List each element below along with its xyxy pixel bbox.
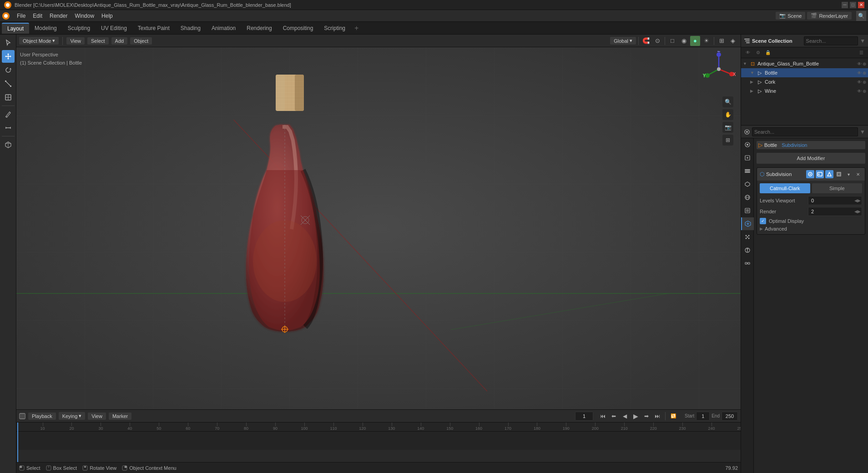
jump-to-start-btn[interactable]: ⏮ [598,411,608,421]
tab-compositing[interactable]: Compositing [278,23,319,34]
prop-tab-scene[interactable] [741,178,754,191]
xray-toggle[interactable]: ◈ [728,36,738,46]
move-tool[interactable] [2,50,15,63]
eye-action[interactable]: 👁 [857,61,862,66]
modifier-realtime-btn[interactable] [806,170,814,178]
global-selector[interactable]: Global ▾ [610,37,636,45]
hand-pan-btn[interactable]: ✋ [722,109,733,120]
levels-viewport-value[interactable]: 0 ◀▶ [808,196,862,205]
gizmo-widget[interactable]: Z X Y [701,51,737,87]
properties-search[interactable] [752,127,858,136]
tab-animation[interactable]: Animation [206,23,241,34]
tab-rendering[interactable]: Rendering [241,23,277,34]
play-btn[interactable]: ▶ [631,411,641,421]
start-value[interactable]: 1 [696,412,710,421]
simple-btn[interactable]: Simple [812,183,863,193]
rendered-mode[interactable]: ☀ [701,36,712,46]
prop-tab-constraints[interactable] [741,257,754,270]
current-frame-display[interactable]: 1 [575,412,593,421]
tab-scripting[interactable]: Scripting [318,23,351,34]
tab-sculpting[interactable]: Sculpting [62,23,96,34]
bottle-select[interactable]: ⊕ [863,70,866,75]
marker-menu[interactable]: Marker [109,413,131,420]
modifier-close-btn[interactable]: ✕ [854,170,862,178]
properties-filter[interactable]: ▼ [860,129,865,135]
tab-modeling[interactable]: Modeling [29,23,62,34]
add-cube-tool[interactable] [2,138,15,151]
cursor-tool[interactable] [2,36,15,49]
timeline-body[interactable]: 1102030405060708090100110120130140150160… [16,423,741,462]
overlay-toggle[interactable]: ⊞ [717,36,727,46]
select-action[interactable]: ⊕ [863,61,866,66]
add-menu[interactable]: Add [111,37,128,45]
menu-edit[interactable]: Edit [30,12,45,20]
outliner-wine[interactable]: ▶ ▷ Wine 👁 ⊕ [741,86,868,96]
cork-eye[interactable]: 👁 [857,80,862,85]
modifier-expand-btn[interactable]: ▾ [844,170,853,178]
tab-layout[interactable]: Layout [2,23,29,34]
loop-toggle[interactable]: 🔁 [668,411,678,421]
advanced-section[interactable]: ▶ Advanced [760,226,862,231]
render-layer-selector[interactable]: 🎬 RenderLayer [807,12,852,20]
material-mode[interactable]: ● [690,36,700,46]
outliner-scene-collection[interactable]: ▼ ⊡ Antique_Glass_Rum_Bottle 👁 ⊕ [741,59,868,68]
maximize-button[interactable]: □ [850,2,856,8]
step-back-btn[interactable]: ⬅ [609,411,619,421]
filter-btn-3[interactable]: 🔒 [764,49,772,57]
playback-menu[interactable]: Playback [28,413,56,420]
object-menu[interactable]: Object [130,37,152,45]
modifier-render-btn[interactable] [816,170,824,178]
viewport-canvas[interactable]: User Perspective (1) Scene Collection | … [16,47,741,409]
timeline-view-menu[interactable]: View [88,413,106,420]
add-modifier-btn[interactable]: Add Modifier [757,153,865,164]
menu-help[interactable]: Help [98,12,116,20]
transform-tool[interactable] [2,91,15,104]
close-button[interactable]: ✕ [858,2,864,8]
play-reverse-btn[interactable]: ◀ [620,411,630,421]
zoom-camera-btn[interactable]: 🔍 [722,96,733,107]
tab-shading[interactable]: Shading [175,23,206,34]
prop-tab-render[interactable] [741,138,754,151]
rotate-tool[interactable] [2,64,15,76]
menu-render[interactable]: Render [46,12,71,20]
wireframe-mode[interactable]: □ [667,36,677,46]
view-menu[interactable]: View [66,37,85,45]
annotate-tool[interactable] [2,108,15,121]
proportional-edit[interactable]: ⊙ [652,36,662,46]
optimal-display-checkbox[interactable]: ✓ [760,218,766,224]
outliner-cork[interactable]: ▶ ▷ Cork 👁 ⊕ [741,77,868,86]
add-tab-button[interactable]: + [351,23,362,33]
select-menu[interactable]: Select [87,37,109,45]
scene-selector[interactable]: 📷 Scene [776,12,805,20]
cork-select[interactable]: ⊕ [863,80,866,85]
camera-view-btn[interactable]: 📷 [722,122,733,133]
outliner-search[interactable] [804,36,858,45]
wine-eye[interactable]: 👁 [857,89,862,94]
filter-all-btn[interactable]: ☰ [857,49,865,57]
filter-btn-1[interactable]: 👁 [744,49,752,57]
prop-tab-physics[interactable] [741,244,754,257]
menu-file[interactable]: File [14,12,29,20]
mode-selector[interactable]: Object Mode ▾ [19,37,59,45]
prop-tab-world[interactable] [741,191,754,204]
step-forward-btn[interactable]: ➡ [641,411,651,421]
modifier-editmode-btn[interactable] [825,170,833,178]
topbar-search-btn[interactable]: 🔍 [856,11,866,21]
jump-to-end-btn[interactable]: ⏭ [652,411,662,421]
catmull-clark-btn[interactable]: Catmull-Clark [760,183,810,193]
prop-tab-modifier[interactable] [741,217,754,230]
render-value[interactable]: 2 ◀▶ [808,207,862,216]
filter-btn-2[interactable]: ⚙ [754,49,762,57]
menu-window[interactable]: Window [71,12,97,20]
keying-menu[interactable]: Keying ▾ [59,412,86,420]
snap-toggle[interactable]: 🧲 [641,36,651,46]
wine-select[interactable]: ⊕ [863,89,866,94]
measure-tool[interactable] [2,121,15,134]
outliner-filter-btn[interactable]: ▼ [860,38,865,44]
bottle-eye[interactable]: 👁 [857,70,862,75]
outliner-bottle[interactable]: ▼ ▷ Bottle 👁 ⊕ [741,68,868,77]
prop-tab-output[interactable] [741,151,754,164]
tab-texture-paint[interactable]: Texture Paint [132,23,175,34]
modifier-cage-btn[interactable] [835,170,843,178]
scale-tool[interactable] [2,77,15,90]
